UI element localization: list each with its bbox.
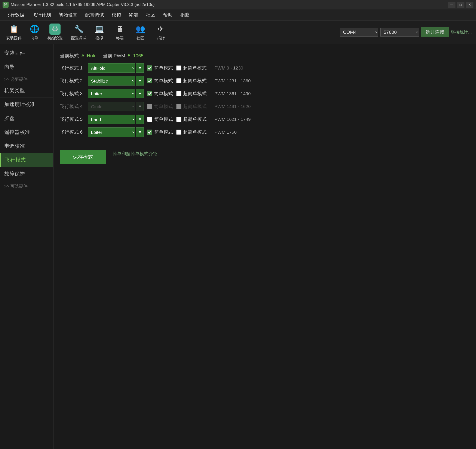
current-pwm-value: 5: 1065	[128, 53, 143, 58]
mode-3-super-simple-check[interactable]	[176, 91, 181, 96]
mode-1-dropdown[interactable]: ▼	[136, 63, 144, 73]
sidebar-section-required: >> 必要硬件	[0, 74, 53, 84]
mode-3-simple-wrap: 简单模式	[147, 90, 173, 97]
port-select[interactable]: COM4	[340, 28, 378, 37]
mode-4-dropdown[interactable]: ▼	[136, 102, 144, 111]
mode-1-simple-check[interactable]	[147, 65, 152, 71]
sidebar-section-optional: >> 可选硬件	[0, 181, 53, 191]
sidebar: 安装固件 向导 >> 必要硬件 机架类型 加速度计校准 罗盘 遥控器校准 电调校…	[0, 44, 53, 449]
window-controls: ─ □ ✕	[448, 2, 473, 8]
wizard-icon: 🌐	[29, 23, 40, 35]
current-mode-info: 当前模式: AltHold 当前 PWM: 5: 1065	[60, 53, 470, 59]
mode-2-pwm: PWM 1231 - 1360	[210, 78, 250, 83]
simple-super-link[interactable]: 简单和超简单模式介绍	[113, 151, 158, 157]
mode-2-simple-check[interactable]	[147, 78, 152, 83]
mode-2-super-simple-wrap: 超简单模式	[176, 78, 207, 84]
sidebar-item-compass[interactable]: 罗盘	[0, 111, 53, 125]
titlebar: 🗺 Mission Planner 1.3.32 build 1.1.5765.…	[0, 0, 476, 9]
connect-button[interactable]: 断开连接	[421, 27, 449, 37]
sidebar-item-install-firmware[interactable]: 安装固件	[0, 46, 53, 60]
menu-initial-setup[interactable]: 初始设置	[55, 11, 81, 19]
save-modes-button[interactable]: 保存模式	[60, 150, 106, 164]
mode-6-pwm: PWM 1750 +	[210, 129, 240, 135]
connection-area: COM4 57600 断开连接 链接统计...	[340, 27, 474, 37]
toolbar-terminal[interactable]: 🖥 终端	[110, 22, 130, 42]
sidebar-item-failsafe[interactable]: 故障保护	[0, 167, 53, 181]
mode-6-select[interactable]: Loiter	[88, 127, 135, 137]
current-mode-label: 当前模式: AltHold	[60, 53, 96, 59]
sim-icon: 💻	[94, 23, 105, 35]
mode-2-dropdown[interactable]: ▼	[136, 76, 144, 85]
mode-3-simple-check[interactable]	[147, 91, 152, 96]
mode-4-select[interactable]: Circle	[88, 102, 135, 111]
sidebar-item-flight-modes[interactable]: 飞行模式	[0, 153, 53, 167]
current-pwm-label: 当前 PWM: 5: 1065	[103, 53, 144, 59]
baud-select[interactable]: 57600	[380, 28, 419, 37]
mode-3-dropdown[interactable]: ▼	[136, 89, 144, 98]
flight-mode-row-6: 飞行模式 6 Loiter ▼ 简单模式 超简单模式	[60, 127, 470, 137]
mode-6-label: 飞行模式 6	[60, 129, 85, 135]
close-button[interactable]: ✕	[466, 2, 473, 8]
toolbar-community[interactable]: 👥 社区	[131, 22, 150, 42]
donate-icon: ✈	[155, 23, 166, 35]
mode-4-select-wrap: Circle ▼	[88, 102, 144, 111]
menu-donate[interactable]: 捐赠	[176, 11, 193, 19]
toolbar-section-2: 🔧 配置调试 💻 模拟 🖥 终端 👥 社区 ✈ 捐赠	[67, 21, 173, 44]
sidebar-item-accel-cal[interactable]: 加速度计校准	[0, 97, 53, 111]
mode-4-super-simple-check[interactable]	[176, 104, 181, 109]
menu-help[interactable]: 帮助	[159, 11, 176, 19]
toolbar-initial-setup[interactable]: ⚙ 初始设置	[45, 22, 65, 42]
maximize-button[interactable]: □	[457, 2, 465, 8]
sidebar-item-frame-type[interactable]: 机架类型	[0, 84, 53, 97]
mode-4-simple-check[interactable]	[147, 104, 152, 109]
mode-6-super-simple-check[interactable]	[176, 129, 181, 135]
mode-1-select[interactable]: AltHold	[88, 63, 135, 73]
config-icon: 🔧	[73, 23, 84, 35]
mode-4-super-simple-wrap: 超简单模式	[176, 103, 207, 110]
mode-4-label: 飞行模式 4	[60, 103, 85, 110]
toolbar-config[interactable]: 🔧 配置调试	[69, 22, 88, 42]
sidebar-item-esc-cal[interactable]: 电调校准	[0, 139, 53, 153]
menu-config[interactable]: 配置调试	[81, 11, 108, 19]
menu-terminal[interactable]: 终端	[125, 11, 142, 19]
sidebar-item-rc-cal[interactable]: 遥控器校准	[0, 125, 53, 139]
mode-5-simple-check[interactable]	[147, 117, 152, 122]
toolbar-wizard[interactable]: 🌐 向导	[25, 22, 44, 42]
mode-5-simple-wrap: 简单模式	[147, 116, 173, 123]
flight-mode-row-3: 飞行模式 3 Loiter ▼ 简单模式 超简单模式	[60, 89, 470, 98]
mode-3-label: 飞行模式 3	[60, 90, 85, 97]
mode-5-super-simple-check[interactable]	[176, 117, 181, 122]
toolbar-donate[interactable]: ✈ 捐赠	[151, 22, 170, 42]
toolbar-install-firmware[interactable]: 📋 安装固件	[4, 22, 23, 42]
terminal-icon: 🖥	[114, 23, 125, 35]
mode-3-select[interactable]: Loiter	[88, 89, 135, 98]
mode-4-simple-wrap: 简单模式	[147, 103, 173, 110]
menu-flight-data[interactable]: 飞行数据	[2, 11, 28, 19]
menubar: 飞行数据 飞行计划 初始设置 配置调试 模拟 终端 社区 帮助 捐赠	[0, 9, 476, 21]
mode-2-select[interactable]: Stabilize	[88, 76, 135, 85]
menu-community[interactable]: 社区	[142, 11, 159, 19]
mode-5-select[interactable]: Land	[88, 115, 135, 124]
main-layout: 安装固件 向导 >> 必要硬件 机架类型 加速度计校准 罗盘 遥控器校准 电调校…	[0, 44, 476, 449]
mode-6-simple-check[interactable]	[147, 129, 152, 135]
flight-modes-container: 当前模式: AltHold 当前 PWM: 5: 1065 飞行模式 1 Alt…	[60, 51, 470, 166]
save-area: 保存模式 简单和超简单模式介绍	[60, 143, 470, 164]
mode-2-label: 飞行模式 2	[60, 78, 85, 84]
toolbar-sim[interactable]: 💻 模拟	[90, 22, 109, 42]
flight-modes-list: 飞行模式 1 AltHold ▼ 简单模式 超简单模式	[60, 63, 470, 137]
toolbar-section-1: 📋 安装固件 🌐 向导 ⚙ 初始设置	[2, 21, 67, 44]
minimize-button[interactable]: ─	[448, 2, 455, 8]
setup-icon: ⚙	[49, 23, 61, 35]
mode-1-super-simple-check[interactable]	[176, 65, 181, 71]
mode-5-dropdown[interactable]: ▼	[136, 115, 144, 124]
sidebar-item-wizard[interactable]: 向导	[0, 60, 53, 74]
connection-stats-link[interactable]: 链接统计...	[451, 29, 472, 35]
toolbar: 📋 安装固件 🌐 向导 ⚙ 初始设置 🔧 配置调试 💻 模拟 🖥 终端 👥 社区	[0, 21, 476, 44]
mode-6-dropdown[interactable]: ▼	[136, 127, 144, 137]
app-title: Mission Planner 1.3.32 build 1.1.5765.19…	[11, 2, 155, 7]
menu-sim[interactable]: 模拟	[108, 11, 125, 19]
mode-1-label: 飞行模式 1	[60, 65, 85, 71]
menu-flight-plan[interactable]: 飞行计划	[28, 11, 55, 19]
mode-2-super-simple-check[interactable]	[176, 78, 181, 83]
flight-mode-row-5: 飞行模式 5 Land ▼ 简单模式 超简单模式	[60, 115, 470, 124]
